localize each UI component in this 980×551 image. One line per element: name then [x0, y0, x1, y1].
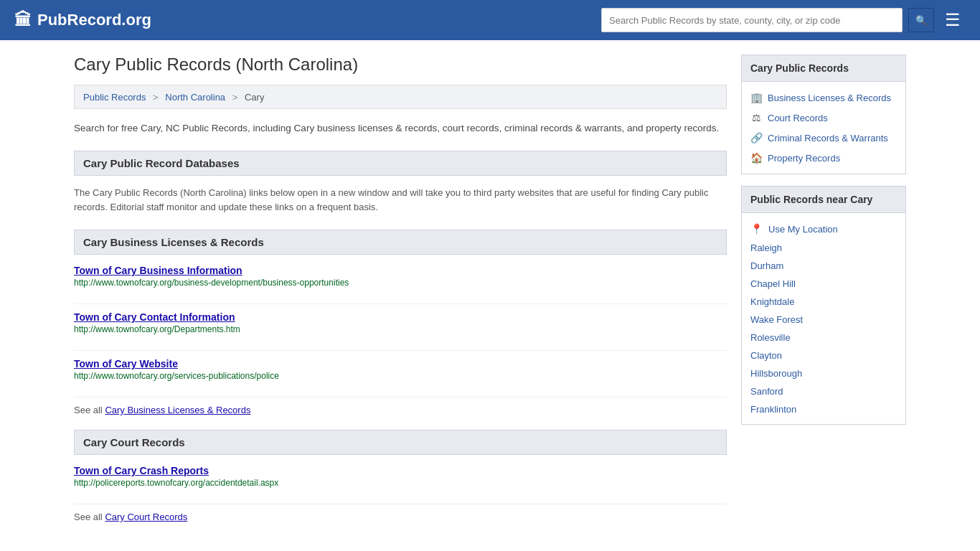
content-area: Cary Public Records (North Carolina) Pub…	[74, 55, 727, 537]
nearby-raleigh[interactable]: Raleigh	[742, 239, 905, 257]
menu-button[interactable]: ☰	[940, 8, 966, 32]
breadcrumb: Public Records > North Carolina > Cary	[83, 92, 264, 103]
search-area: 🔍 ☰	[601, 8, 966, 32]
nearby-chapel-hill[interactable]: Chapel Hill	[742, 275, 905, 293]
sidebar-link-property-label: Property Records	[768, 153, 840, 164]
sidebar-nearby-links: 📍 Use My Location Raleigh Durham Chapel …	[742, 213, 905, 424]
business-entry-1: Town of Cary Contact Information http://…	[74, 311, 727, 351]
sidebar-cary-records-title: Cary Public Records	[742, 55, 905, 82]
court-section-header: Cary Court Records	[74, 430, 727, 455]
search-input[interactable]	[601, 8, 903, 32]
databases-description: The Cary Public Records (North Carolina)…	[74, 186, 727, 216]
business-see-all-link[interactable]: Cary Business Licenses & Records	[105, 405, 250, 415]
nearby-hillsborough[interactable]: Hillsborough	[742, 364, 905, 382]
sidebar-link-court-label: Court Records	[768, 113, 828, 123]
breadcrumb-sep-2: >	[232, 92, 238, 103]
use-location-item[interactable]: 📍 Use My Location	[742, 219, 905, 239]
nearby-knightdale[interactable]: Knightdale	[742, 293, 905, 311]
sidebar-link-business[interactable]: 🏢 Business Licenses & Records	[742, 88, 905, 108]
location-pin-icon: 📍	[750, 223, 763, 235]
main-container: Cary Public Records (North Carolina) Pub…	[60, 40, 920, 551]
business-link-0[interactable]: Town of Cary Business Information	[74, 265, 727, 276]
link-icon: 🔗	[750, 132, 762, 143]
court-link-0[interactable]: Town of Cary Crash Reports	[74, 465, 727, 476]
sidebar-cary-records-links: 🏢 Business Licenses & Records ⚖ Court Re…	[742, 82, 905, 174]
breadcrumb-sep-1: >	[153, 92, 159, 103]
logo-text: PubRecord.org	[37, 11, 151, 29]
home-icon: 🏠	[750, 152, 762, 164]
header: 🏛 PubRecord.org 🔍 ☰	[0, 0, 980, 40]
business-section-header: Cary Business Licenses & Records	[74, 230, 727, 255]
breadcrumb-bar: Public Records > North Carolina > Cary	[74, 85, 727, 109]
nearby-durham[interactable]: Durham	[742, 257, 905, 275]
search-icon: 🔍	[915, 15, 928, 26]
sidebar-link-business-label: Business Licenses & Records	[768, 93, 891, 103]
business-link-2[interactable]: Town of Cary Website	[74, 358, 727, 369]
breadcrumb-public-records[interactable]: Public Records	[83, 92, 146, 103]
sidebar-link-criminal-label: Criminal Records & Warrants	[768, 133, 888, 143]
business-url-1: http://www.townofcary.org/Departments.ht…	[74, 324, 727, 334]
logo-icon: 🏛	[14, 10, 32, 30]
court-url-0: http://policereports.townofcary.org/acci…	[74, 478, 727, 488]
hamburger-icon: ☰	[945, 10, 961, 30]
court-see-all-link[interactable]: Cary Court Records	[105, 512, 187, 522]
court-see-all: See all Cary Court Records	[74, 512, 727, 522]
use-location-label: Use My Location	[768, 224, 838, 235]
nearby-wake-forest[interactable]: Wake Forest	[742, 311, 905, 329]
search-button[interactable]: 🔍	[908, 8, 934, 32]
sidebar-link-property[interactable]: 🏠 Property Records	[742, 148, 905, 168]
court-entry-0: Town of Cary Crash Reports http://police…	[74, 465, 727, 504]
nearby-rolesville[interactable]: Rolesville	[742, 329, 905, 347]
sidebar-cary-records-box: Cary Public Records 🏢 Business Licenses …	[741, 55, 906, 174]
sidebar: Cary Public Records 🏢 Business Licenses …	[741, 55, 906, 537]
scale-icon: ⚖	[750, 112, 762, 123]
sidebar-link-criminal[interactable]: 🔗 Criminal Records & Warrants	[742, 128, 905, 148]
sidebar-nearby-title: Public Records near Cary	[742, 187, 905, 213]
business-url-2: http://www.townofcary.org/services-publi…	[74, 371, 727, 381]
business-url-0: http://www.townofcary.org/business-devel…	[74, 278, 727, 288]
sidebar-link-court[interactable]: ⚖ Court Records	[742, 108, 905, 128]
breadcrumb-cary: Cary	[245, 92, 264, 103]
sidebar-nearby-box: Public Records near Cary 📍 Use My Locati…	[741, 186, 906, 425]
nearby-clayton[interactable]: Clayton	[742, 347, 905, 364]
logo[interactable]: 🏛 PubRecord.org	[14, 10, 151, 30]
page-description: Search for free Cary, NC Public Records,…	[74, 121, 727, 136]
business-entry-2: Town of Cary Website http://www.townofca…	[74, 358, 727, 397]
business-link-1[interactable]: Town of Cary Contact Information	[74, 311, 727, 323]
nearby-sanford[interactable]: Sanford	[742, 382, 905, 400]
databases-section-header: Cary Public Record Databases	[74, 151, 727, 176]
business-entry-0: Town of Cary Business Information http:/…	[74, 265, 727, 304]
nearby-franklinton[interactable]: Franklinton	[742, 400, 905, 418]
briefcase-icon: 🏢	[750, 92, 762, 103]
breadcrumb-north-carolina[interactable]: North Carolina	[165, 92, 225, 103]
page-title: Cary Public Records (North Carolina)	[74, 55, 727, 75]
business-see-all: See all Cary Business Licenses & Records	[74, 405, 727, 415]
